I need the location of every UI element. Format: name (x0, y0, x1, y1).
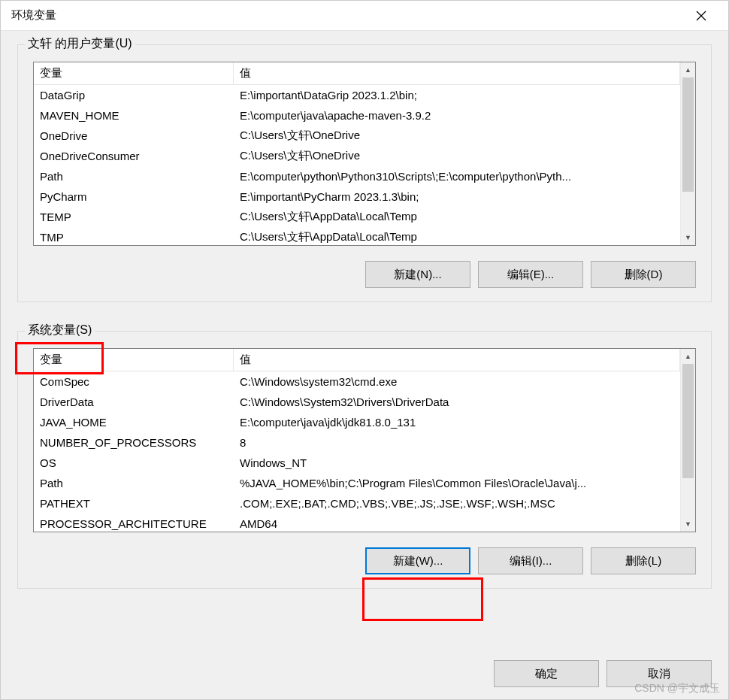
var-name-cell: PATHEXT (34, 497, 234, 510)
table-row[interactable]: DataGripE:\important\DataGrip 2023.1.2\b… (34, 85, 680, 105)
var-name-cell: PyCharm (34, 190, 234, 203)
system-vars-group-label: 系统变量(S) (25, 323, 95, 338)
var-value-cell: AMD64 (234, 517, 680, 530)
close-button[interactable] (685, 1, 718, 31)
table-row[interactable]: PathE:\computer\python\Python310\Scripts… (34, 166, 680, 186)
system-delete-button[interactable]: 删除(L) (591, 547, 696, 574)
scroll-down-icon[interactable]: ▼ (681, 230, 695, 245)
user-vars-listview[interactable]: 变量 值 DataGripE:\important\DataGrip 2023.… (33, 62, 696, 246)
window-title: 环境变量 (11, 8, 56, 23)
user-vars-header: 变量 值 (34, 62, 680, 85)
close-icon (696, 11, 706, 21)
var-value-cell: 8 (234, 436, 680, 449)
var-value-cell: C:\Users\文轩\AppData\Local\Temp (234, 210, 680, 224)
var-value-cell: E:\important\PyCharm 2023.1.3\bin; (234, 190, 680, 203)
var-name-cell: DriverData (34, 395, 234, 408)
user-vars-scrollbar[interactable]: ▲ ▼ (680, 62, 695, 245)
system-new-button[interactable]: 新建(W)... (365, 547, 470, 574)
table-row[interactable]: NUMBER_OF_PROCESSORS8 (34, 432, 680, 453)
dialog-footer: 确定 取消 (1, 657, 728, 699)
var-name-cell: OS (34, 456, 234, 469)
table-row[interactable]: Path%JAVA_HOME%\bin;C:\Program Files\Com… (34, 473, 680, 493)
table-row[interactable]: PATHEXT.COM;.EXE;.BAT;.CMD;.VBS;.VBE;.JS… (34, 493, 680, 514)
var-value-cell: C:\Users\文轩\AppData\Local\Temp (234, 230, 680, 244)
var-value-cell: .COM;.EXE;.BAT;.CMD;.VBS;.VBE;.JS;.JSE;.… (234, 497, 680, 510)
var-value-cell: Windows_NT (234, 456, 680, 469)
var-name-cell: ComSpec (34, 375, 234, 388)
dialog-content: 文轩 的用户变量(U) 变量 值 DataGripE:\important\Da… (1, 31, 728, 657)
scrollbar-thumb[interactable] (682, 364, 694, 478)
user-vars-group-label: 文轩 的用户变量(U) (25, 36, 135, 52)
table-row[interactable]: PyCharmE:\important\PyCharm 2023.1.3\bin… (34, 186, 680, 207)
system-edit-button[interactable]: 编辑(I)... (478, 547, 583, 574)
var-name-cell: NUMBER_OF_PROCESSORS (34, 436, 234, 449)
system-vars-group: 系统变量(S) 变量 值 ComSpecC:\Windows\system32\… (17, 331, 712, 589)
var-value-cell: %JAVA_HOME%\bin;C:\Program Files\Common … (234, 477, 680, 489)
var-value-cell: C:\Windows\system32\cmd.exe (234, 375, 680, 388)
column-header-name[interactable]: 变量 (34, 62, 234, 84)
table-row[interactable]: OSWindows_NT (34, 453, 680, 473)
table-row[interactable]: ComSpecC:\Windows\system32\cmd.exe (34, 371, 680, 392)
user-delete-button[interactable]: 删除(D) (591, 261, 696, 288)
var-value-cell: E:\computer\java\apache-maven-3.9.2 (234, 109, 680, 122)
user-edit-button[interactable]: 编辑(E)... (478, 261, 583, 288)
var-name-cell: Path (34, 170, 234, 183)
column-header-value[interactable]: 值 (234, 349, 680, 371)
var-name-cell: OneDrive (34, 129, 234, 142)
titlebar: 环境变量 (1, 1, 728, 31)
system-vars-listview[interactable]: 变量 值 ComSpecC:\Windows\system32\cmd.exeD… (33, 348, 696, 532)
var-name-cell: TEMP (34, 211, 234, 223)
table-row[interactable]: OneDriveConsumerC:\Users\文轩\OneDrive (34, 146, 680, 166)
ok-button[interactable]: 确定 (494, 660, 599, 687)
var-value-cell: C:\Users\文轩\OneDrive (234, 129, 680, 143)
watermark: CSDN @宇文成玉 (634, 682, 720, 695)
var-value-cell: C:\Windows\System32\Drivers\DriverData (234, 395, 680, 408)
env-vars-dialog: 环境变量 文轩 的用户变量(U) 变量 值 DataGripE:\importa… (0, 0, 729, 700)
table-row[interactable]: MAVEN_HOMEE:\computer\java\apache-maven-… (34, 105, 680, 126)
scroll-up-icon[interactable]: ▲ (681, 62, 695, 77)
var-name-cell: TMP (34, 231, 234, 244)
user-vars-group: 文轩 的用户变量(U) 变量 值 DataGripE:\important\Da… (17, 44, 712, 302)
scrollbar-thumb[interactable] (682, 77, 694, 192)
table-row[interactable]: OneDriveC:\Users\文轩\OneDrive (34, 126, 680, 146)
column-header-value[interactable]: 值 (234, 62, 680, 84)
system-vars-scrollbar[interactable]: ▲ ▼ (680, 349, 695, 532)
table-row[interactable]: PROCESSOR_ARCHITECTUREAMD64 (34, 514, 680, 532)
var-name-cell: MAVEN_HOME (34, 109, 234, 122)
table-row[interactable]: TMPC:\Users\文轩\AppData\Local\Temp (34, 227, 680, 245)
column-header-name[interactable]: 变量 (34, 349, 234, 371)
scroll-up-icon[interactable]: ▲ (681, 349, 695, 364)
var-name-cell: OneDriveConsumer (34, 150, 234, 162)
var-name-cell: JAVA_HOME (34, 416, 234, 429)
user-new-button[interactable]: 新建(N)... (365, 261, 470, 288)
table-row[interactable]: TEMPC:\Users\文轩\AppData\Local\Temp (34, 207, 680, 227)
var-value-cell: E:\computer\python\Python310\Scripts\;E:… (234, 170, 680, 183)
var-name-cell: DataGrip (34, 89, 234, 102)
var-value-cell: C:\Users\文轩\OneDrive (234, 149, 680, 163)
var-value-cell: E:\important\DataGrip 2023.1.2\bin; (234, 89, 680, 102)
var-name-cell: PROCESSOR_ARCHITECTURE (34, 517, 234, 530)
var-value-cell: E:\computer\java\jdk\jdk81.8.0_131 (234, 416, 680, 429)
table-row[interactable]: JAVA_HOMEE:\computer\java\jdk\jdk81.8.0_… (34, 412, 680, 432)
table-row[interactable]: DriverDataC:\Windows\System32\Drivers\Dr… (34, 392, 680, 412)
var-name-cell: Path (34, 477, 234, 489)
scroll-down-icon[interactable]: ▼ (681, 517, 695, 532)
system-vars-header: 变量 值 (34, 349, 680, 371)
